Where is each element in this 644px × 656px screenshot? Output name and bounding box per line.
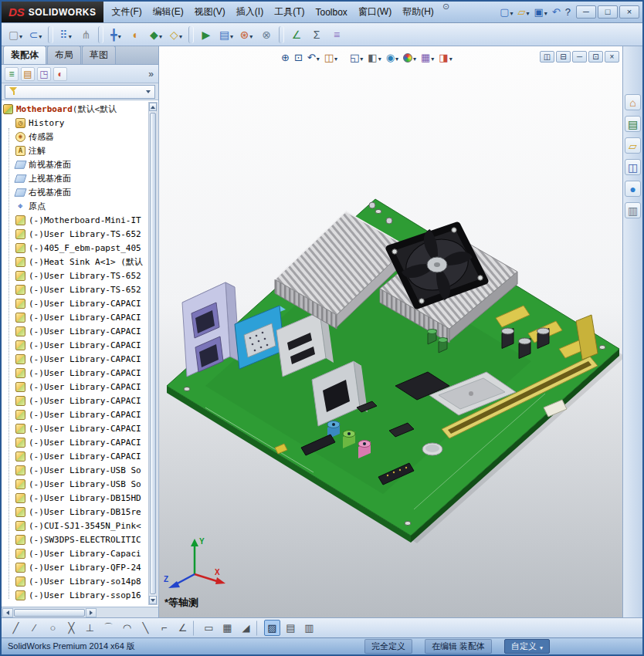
scrollbar-thumb[interactable] (14, 609, 85, 617)
component-tree-item[interactable]: (-) User Library-CAPACI (3, 338, 147, 352)
sketch-corner-icon[interactable]: ⌐ (156, 620, 172, 636)
scroll-left-button[interactable] (2, 608, 13, 617)
measure-icon[interactable]: ∠ (287, 25, 306, 44)
status-customize[interactable]: 自定义 (504, 639, 550, 654)
menu-item[interactable]: 编辑(E) (147, 2, 189, 22)
motherboard-3d-model[interactable] (159, 46, 622, 617)
component-tree-item[interactable]: (-) User Library-CAPACI (3, 352, 147, 366)
cmos-battery[interactable] (422, 443, 442, 455)
new-document-icon[interactable]: ▢ (500, 6, 513, 18)
component-tree-item[interactable]: (-) User Library-DB15HD (3, 491, 147, 505)
mate-icon[interactable]: ⊂ (26, 25, 45, 44)
shaded-with-edges-icon[interactable]: ▨ (264, 620, 280, 636)
linear-component-pattern-icon[interactable]: ⠿ (56, 25, 75, 44)
configurationmanager-tab-icon[interactable]: ◳ (37, 67, 51, 81)
restore-document-icon[interactable]: ⊡ (588, 51, 603, 63)
toolbar-separator[interactable] (193, 620, 198, 636)
scrollbar-thumb[interactable] (150, 113, 156, 594)
new-motion-study-icon[interactable]: ▶ (197, 25, 215, 44)
grid-icon[interactable]: ▦ (219, 620, 236, 636)
component-tree-item[interactable]: (-) Motherboard-Mini-IT (3, 213, 147, 227)
exploded-view-icon[interactable]: ⊛ (237, 25, 256, 44)
toolbar-separator[interactable] (256, 620, 262, 636)
design-library-icon[interactable]: ▤ (625, 116, 641, 132)
filter-dropdown[interactable] (5, 85, 155, 99)
sketch-line-icon[interactable]: ╱ (8, 620, 24, 636)
graphics-viewport[interactable]: ⊕ ⊡ ↶ ◫ (159, 46, 622, 617)
viewport-pane2-icon[interactable]: ⊟ (556, 51, 571, 63)
sketch-circle-icon[interactable]: ○ (45, 620, 61, 636)
tree-horizontal-scrollbar[interactable] (2, 607, 158, 617)
close-document-icon[interactable]: × (605, 51, 619, 63)
assembly-features-icon[interactable]: ◆ (147, 25, 165, 44)
interference-detection-icon[interactable]: ⊗ (257, 25, 276, 44)
component-tree-item[interactable]: (-) Heat Sink A<1> (默认 (3, 255, 147, 269)
menu-item[interactable]: 帮助(H) (397, 2, 439, 22)
viewport-pane-icon[interactable]: ◫ (540, 51, 554, 63)
mass-properties-icon[interactable]: Σ (307, 25, 326, 44)
file-explorer-icon[interactable]: ▱ (625, 137, 641, 154)
toolbar-separator[interactable] (188, 26, 194, 43)
toolbar-separator[interactable] (98, 26, 103, 43)
scroll-up-button[interactable] (149, 103, 157, 111)
component-tree-item[interactable]: (-) User Library-so14p8 (3, 574, 147, 588)
featuremanager-tab-icon[interactable]: ≡ (5, 67, 19, 81)
open-document-icon[interactable]: ▱ (518, 6, 530, 18)
displaymanager-tab-icon[interactable]: ◐ (53, 67, 67, 81)
sketch-relations-icon[interactable]: ⊥ (82, 620, 98, 636)
apply-scene-icon[interactable]: ▦ (419, 51, 436, 64)
component-tree-item[interactable]: (-) User Library-CAPACI (3, 435, 147, 449)
maximize-window-icon[interactable]: □ (598, 5, 618, 19)
component-tree-item[interactable]: (-) User Library-CAPACI (3, 296, 147, 310)
insert-components-icon[interactable]: ▢ (6, 25, 25, 44)
custom-properties-icon[interactable]: ▥ (625, 202, 641, 218)
toolbar-separator[interactable] (48, 26, 53, 43)
component-tree-item[interactable]: (-) User Library-QFP-24 (3, 560, 147, 574)
component-tree-item[interactable]: (-) User Library-USB So (3, 463, 147, 477)
scroll-right-button[interactable] (86, 608, 97, 617)
view-settings-icon[interactable]: ◨ (437, 51, 453, 64)
menu-item[interactable]: 工具(T) (269, 2, 310, 22)
component-tree-item[interactable]: (-) CUI-SJ1-3545N_Pink< (3, 519, 147, 533)
reference-geometry-icon[interactable]: ◇ (167, 25, 185, 44)
component-tree-item[interactable]: (-) User Library-CAPACI (3, 310, 147, 324)
component-tree-item[interactable]: (-) 405_F_ebm-papst_405 (3, 241, 147, 255)
move-component-icon[interactable]: ╋ (107, 25, 125, 44)
menu-item[interactable]: 视图(V) (189, 2, 231, 22)
tree-vertical-scrollbar[interactable] (148, 102, 158, 605)
feature-tree-item[interactable]: History (3, 116, 147, 130)
appearances-icon[interactable]: ● (625, 181, 641, 197)
expand-panel-chevron[interactable]: » (148, 69, 155, 79)
undo-icon[interactable]: ↶ (552, 6, 561, 18)
solidworks-resources-icon[interactable]: ⌂ (625, 94, 641, 110)
component-tree-item[interactable]: (-) User Library-TS-652 (3, 282, 147, 296)
filter-dropdown-arrow-icon[interactable] (146, 90, 151, 93)
close-window-icon[interactable]: × (619, 5, 639, 19)
menu-item[interactable]: Toolbox (310, 2, 353, 22)
minimize-document-icon[interactable]: ─ (572, 51, 587, 63)
show-hidden-components-icon[interactable]: ◐ (127, 25, 145, 44)
save-icon[interactable]: ▣ (534, 6, 547, 18)
component-tree-item[interactable]: (-) User Library-Capaci (3, 546, 147, 560)
sketch-centerline-icon[interactable]: ∕ (26, 620, 42, 636)
feature-tree-item[interactable]: 上视基准面 (3, 171, 147, 185)
snap-angle-icon[interactable]: ◢ (238, 620, 254, 636)
document-tab[interactable]: 草图 (82, 46, 116, 64)
assembly-root-item[interactable]: Motherboard (默认<默认 (3, 102, 147, 116)
view-palette-icon[interactable]: ◫ (625, 159, 641, 175)
component-tree-item[interactable]: (-) User Library-USB So (3, 477, 147, 491)
component-tree-item[interactable]: (-) SW3DPS-ELECTROLITIC (3, 533, 147, 546)
equations-icon[interactable]: ≡ (327, 25, 346, 44)
component-tree-item[interactable]: (-) User Library-CAPACI (3, 407, 147, 421)
component-tree-item[interactable]: (-) User Library-ssop16 (3, 588, 147, 602)
display-style-icon[interactable]: ◧ (366, 51, 382, 64)
component-tree-item[interactable]: (-) User Library-CAPACI (3, 366, 147, 380)
feature-tree-item[interactable]: 原点 (3, 199, 147, 213)
rectangle-tool-icon[interactable]: ▭ (201, 620, 217, 636)
feature-tree-item[interactable]: 传感器 (3, 130, 147, 144)
toolbar-separator[interactable] (279, 26, 284, 43)
bill-of-materials-icon[interactable]: ▤ (217, 25, 236, 44)
feature-tree-item[interactable]: 前视基准面 (3, 157, 147, 171)
sketch-slash-icon[interactable]: ╲ (137, 620, 154, 636)
display-wireframe-icon[interactable]: ▤ (283, 620, 299, 636)
